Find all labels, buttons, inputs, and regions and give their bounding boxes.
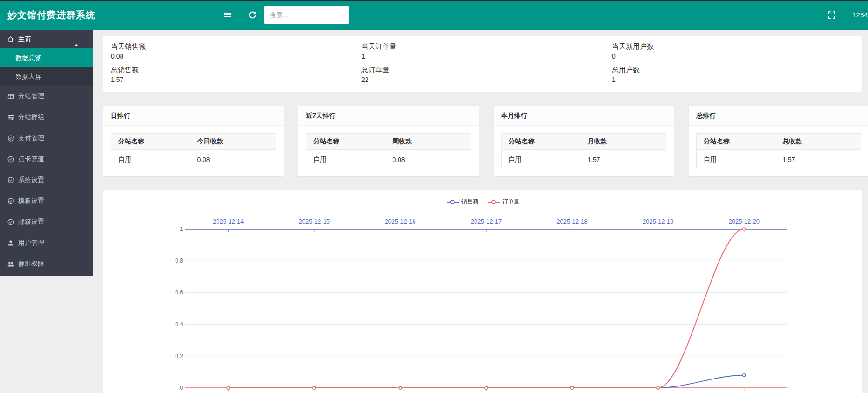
sidebar-item[interactable]: 用户管理	[0, 232, 93, 253]
stat-label: 当天新用户数	[612, 41, 862, 52]
svg-text:2025-12-17: 2025-12-17	[471, 218, 502, 225]
rank-row: 自用1.57	[697, 150, 861, 169]
stat-value: 0	[612, 52, 862, 61]
svg-text:2025-12-15: 2025-12-15	[299, 218, 330, 225]
sidebar-item[interactable]: 模板设置	[0, 190, 93, 211]
sidebar-subitem[interactable]: 数据总览	[0, 48, 93, 67]
shield-check-icon	[7, 135, 14, 142]
stat-label: 总订单量	[361, 65, 612, 75]
chart-legend: 销售额订单量	[103, 198, 862, 206]
stats-overview-card: 当天销售额0.08当天订单量1当天新用户数0总销售额1.57总订单量22总用户数…	[103, 36, 862, 92]
sidebar-item-label: 群组权限	[18, 253, 44, 274]
sidebar-item[interactable]: 系统设置	[0, 169, 93, 190]
svg-text:0.6: 0.6	[175, 289, 183, 296]
sidebar-item-label: 系统设置	[18, 169, 44, 190]
sidebar-item-label: 分站管理	[18, 86, 44, 107]
stat-label: 当天订单量	[361, 41, 612, 52]
sidebar-item-label: 支付管理	[18, 128, 44, 149]
rank-card-title: 日排行	[103, 106, 284, 126]
sidebar-item-label: 主页	[18, 30, 31, 48]
legend-line-circle-icon	[447, 199, 459, 205]
sidebar-item[interactable]: 群组权限	[0, 253, 93, 274]
stat-value: 22	[361, 75, 612, 84]
stat-label: 当天销售额	[111, 41, 361, 52]
rank-col-header: 今日收款	[190, 134, 276, 150]
rank-row: 自用1.57	[502, 150, 666, 169]
stat-value: 1	[361, 52, 612, 61]
home-icon	[7, 35, 14, 43]
legend-item[interactable]: 销售额	[447, 198, 478, 206]
sidebar-item-label: 点卡充值	[18, 149, 44, 169]
svg-text:2025-12-16: 2025-12-16	[385, 218, 416, 225]
rank-cell: 自用	[306, 150, 386, 169]
stat-item: 总用户数1	[612, 65, 862, 88]
rank-card: 近7天排行分站名称周收款自用0.08	[298, 106, 479, 176]
sales-orders-chart-card: 销售额订单量 00.20.40.60.812025-12-142025-12-1…	[103, 190, 862, 393]
rank-card: 本月排行分站名称月收款自用1.57	[494, 106, 674, 176]
svg-text:2025-12-14: 2025-12-14	[213, 218, 244, 225]
rank-table: 分站名称今日收款自用0.08	[111, 133, 276, 169]
users-icon	[7, 260, 14, 268]
stat-item: 当天新用户数0	[612, 41, 862, 65]
sidebar-item[interactable]: 分站管理	[0, 86, 93, 107]
sidebar-subitem[interactable]: 数据大屏	[0, 67, 93, 86]
stat-value: 1	[612, 75, 862, 84]
rank-row: 自用0.08	[111, 150, 276, 169]
collapse-menu-icon[interactable]	[223, 10, 232, 20]
search-input[interactable]	[264, 6, 349, 24]
svg-text:0.8: 0.8	[175, 257, 183, 264]
svg-text:2025-12-19: 2025-12-19	[643, 218, 674, 225]
rank-cell: 自用	[502, 150, 581, 169]
ranking-cards-row: 日排行分站名称今日收款自用0.08近7天排行分站名称周收款自用0.08本月排行分…	[103, 106, 868, 176]
shield-check-icon	[7, 197, 14, 205]
svg-text:0.2: 0.2	[175, 353, 183, 359]
rank-cell: 自用	[697, 150, 776, 169]
sidebar-nav: 主页数据总览数据大屏分站管理分站群组支付管理点卡充值系统设置模板设置邮箱设置用户…	[0, 30, 93, 276]
sidebar-item-label: 分站群组	[18, 107, 44, 128]
rank-cell: 自用	[111, 150, 190, 169]
sidebar-item[interactable]: 主页	[0, 30, 93, 48]
rank-table: 分站名称总收款自用1.57	[696, 133, 861, 169]
rank-cell: 0.08	[385, 150, 471, 169]
stat-label: 总用户数	[612, 65, 862, 75]
rank-table: 分站名称周收款自用0.08	[306, 133, 471, 169]
sidebar-item[interactable]: 分站群组	[0, 107, 93, 128]
rank-card-title: 总排行	[689, 106, 868, 126]
rank-col-header: 总收款	[775, 134, 861, 150]
sidebar-item[interactable]: 点卡充值	[0, 149, 93, 169]
rank-cell: 1.57	[775, 150, 861, 169]
sidebar-item[interactable]: 邮箱设置	[0, 211, 93, 232]
svg-text:0: 0	[180, 385, 183, 391]
rank-card: 日排行分站名称今日收款自用0.08	[103, 106, 284, 176]
svg-text:1: 1	[180, 226, 183, 232]
legend-item[interactable]: 订单量	[488, 198, 519, 206]
username-menu[interactable]: 12345	[852, 0, 868, 30]
refresh-icon[interactable]	[248, 10, 257, 20]
stat-item: 总销售额1.57	[111, 65, 361, 88]
rank-col-header: 分站名称	[111, 134, 190, 150]
sidebar-item-label: 邮箱设置	[18, 211, 44, 232]
rank-col-header: 月收款	[580, 134, 666, 150]
stat-item: 当天销售额0.08	[111, 41, 361, 65]
svg-text:2025-12-20: 2025-12-20	[728, 218, 760, 225]
rank-cell: 0.08	[190, 150, 276, 169]
rank-col-header: 周收款	[385, 134, 471, 150]
rank-card: 总排行分站名称总收款自用1.57	[689, 106, 868, 176]
sidebar-item-label: 用户管理	[18, 232, 44, 253]
stat-value: 0.08	[111, 52, 361, 61]
fullscreen-icon[interactable]	[827, 10, 836, 20]
topbar: 妙文馆付费进群系统 12345	[0, 0, 868, 30]
rank-cell: 1.57	[580, 150, 666, 169]
sidebar-item-label: 模板设置	[18, 190, 44, 211]
window-top-edge	[0, 0, 868, 1]
app-title: 妙文馆付费进群系统	[7, 0, 95, 30]
svg-text:0.4: 0.4	[175, 321, 183, 328]
chevron-up-icon	[74, 36, 79, 42]
sliders-icon	[7, 114, 14, 121]
rank-col-header: 分站名称	[306, 134, 386, 150]
stat-item: 总订单量22	[361, 65, 612, 88]
sidebar-item[interactable]: 支付管理	[0, 128, 93, 149]
sales-orders-chart: 00.20.40.60.812025-12-142025-12-142025-1…	[103, 190, 862, 393]
rank-card-title: 近7天排行	[298, 106, 479, 126]
legend-label: 订单量	[502, 198, 519, 206]
